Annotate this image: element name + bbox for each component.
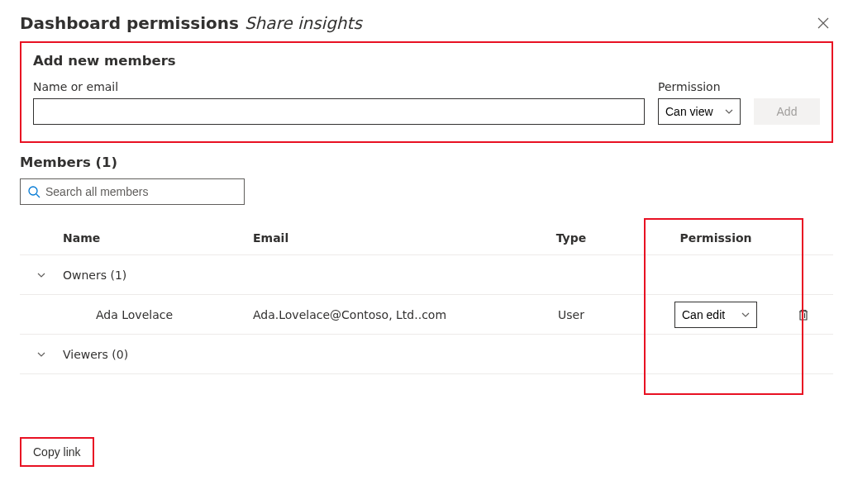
search-members-field[interactable]	[20, 178, 245, 205]
trash-icon	[797, 308, 810, 321]
copy-link-highlight: Copy link	[20, 437, 94, 467]
members-heading: Members (1)	[20, 155, 833, 170]
row-permission-select-wrap: Can edit	[674, 302, 757, 328]
col-header-type: Type	[501, 231, 641, 245]
col-header-email: Email	[253, 231, 501, 245]
add-members-row: Name or email Permission Can view Add	[33, 80, 820, 125]
close-button[interactable]	[813, 13, 833, 33]
row-type: User	[501, 308, 641, 321]
name-email-label: Name or email	[33, 80, 645, 93]
name-email-input[interactable]	[33, 98, 645, 125]
dialog-title-name: Share insights	[245, 13, 362, 33]
add-button[interactable]: Add	[754, 98, 820, 125]
dialog-title-prefix: Dashboard permissions	[20, 13, 245, 33]
permission-field: Permission Can view	[658, 80, 741, 125]
group-owners-row[interactable]: Owners (1)	[20, 255, 833, 295]
copy-link-button[interactable]: Copy link	[21, 439, 93, 465]
table-header: Name Email Type Permission	[20, 221, 833, 255]
members-table: Name Email Type Permission Owners (1) Ad…	[20, 221, 833, 374]
permission-label: Permission	[658, 80, 741, 93]
group-owners-label: Owners (1)	[63, 269, 126, 282]
col-header-permission: Permission	[641, 231, 790, 245]
chevron-down-icon	[36, 270, 46, 280]
group-viewers-label: Viewers (0)	[63, 348, 128, 361]
svg-point-0	[29, 187, 37, 195]
row-delete-cell	[790, 302, 832, 328]
col-header-name: Name	[63, 231, 253, 245]
dialog-title: Dashboard permissions Share insights	[20, 13, 362, 33]
name-email-field: Name or email	[33, 80, 645, 125]
permission-select-wrap: Can view	[658, 98, 741, 125]
close-icon	[817, 17, 829, 29]
permission-select[interactable]: Can view	[658, 98, 741, 125]
delete-member-button[interactable]	[790, 302, 817, 328]
row-permission-cell: Can edit	[641, 302, 790, 328]
search-icon	[27, 185, 41, 198]
group-viewers-toggle[interactable]	[20, 349, 63, 359]
row-email: Ada.Lovelace@Contoso, Ltd..com	[253, 308, 501, 321]
row-permission-select[interactable]: Can edit	[674, 302, 757, 328]
group-viewers-row[interactable]: Viewers (0)	[20, 335, 833, 374]
row-name: Ada Lovelace	[63, 308, 253, 321]
add-members-section-highlight: Add new members Name or email Permission…	[20, 41, 833, 143]
search-members-input[interactable]	[45, 185, 237, 198]
chevron-down-icon	[36, 349, 46, 359]
dialog-header: Dashboard permissions Share insights	[20, 13, 833, 33]
group-owners-toggle[interactable]	[20, 270, 63, 280]
add-members-heading: Add new members	[33, 53, 820, 69]
table-row: Ada Lovelace Ada.Lovelace@Contoso, Ltd..…	[20, 295, 833, 335]
